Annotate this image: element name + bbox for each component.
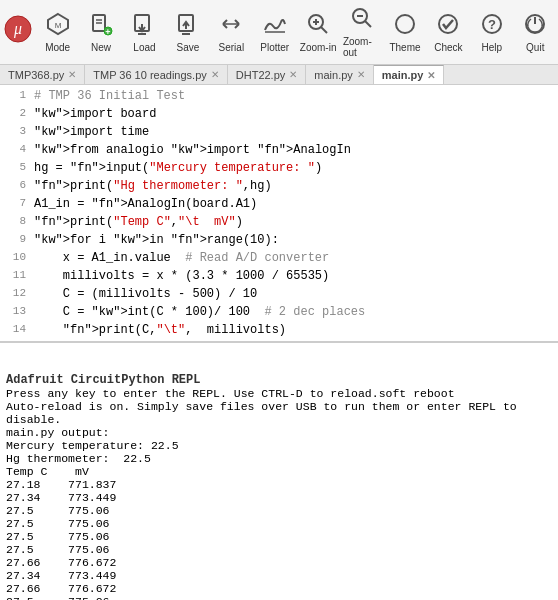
theme-icon bbox=[393, 12, 417, 40]
line-code-10: x = A1_in.value # Read A/D converter bbox=[34, 249, 329, 267]
console-area[interactable]: Adafruit CircuitPython REPLPress any key… bbox=[0, 342, 558, 600]
tab-close-dht22[interactable]: ✕ bbox=[289, 69, 297, 80]
help-button[interactable]: ?Help bbox=[471, 10, 512, 55]
code-line-6: 6"fn">print("Hg thermometer: ",hg) bbox=[0, 177, 558, 195]
line-number-3: 3 bbox=[4, 123, 26, 141]
quit-icon bbox=[523, 12, 547, 40]
serial-button[interactable]: Serial bbox=[211, 10, 252, 55]
check-button[interactable]: Check bbox=[428, 10, 469, 55]
code-line-5: 5hg = "fn">input("Mercury temperature: "… bbox=[0, 159, 558, 177]
console-line-0: Press any key to enter the REPL. Use CTR… bbox=[6, 387, 552, 400]
mode-label: Mode bbox=[45, 42, 70, 53]
code-line-2: 2"kw">import board bbox=[0, 105, 558, 123]
tab-mainpy2[interactable]: main.py✕ bbox=[374, 65, 445, 84]
code-line-9: 9"kw">for i "kw">in "fn">range(10): bbox=[0, 231, 558, 249]
code-line-7: 7A1_in = "fn">AnalogIn(board.A1) bbox=[0, 195, 558, 213]
quit-button[interactable]: Quit bbox=[515, 10, 556, 55]
console-line-8: 27.34 773.449 bbox=[6, 491, 552, 504]
code-line-3: 3"kw">import time bbox=[0, 123, 558, 141]
svg-text:μ: μ bbox=[13, 20, 22, 38]
check-icon bbox=[436, 12, 460, 40]
console-line-9: 27.5 775.06 bbox=[6, 504, 552, 517]
tab-label-dht22: DHT22.py bbox=[236, 69, 286, 81]
line-code-8: "fn">print("Temp C","\t mV") bbox=[34, 213, 243, 231]
line-number-1: 1 bbox=[4, 87, 26, 105]
line-code-11: millivolts = x * (3.3 * 1000 / 65535) bbox=[34, 267, 329, 285]
code-line-10: 10 x = A1_in.value # Read A/D converter bbox=[0, 249, 558, 267]
tab-close-tmp368[interactable]: ✕ bbox=[68, 69, 76, 80]
zoom-in-button[interactable]: Zoom-in bbox=[297, 10, 338, 55]
theme-label: Theme bbox=[389, 42, 420, 53]
line-code-13: C = "kw">int(C * 100)/ 100 # 2 dec place… bbox=[34, 303, 365, 321]
line-code-9: "kw">for i "kw">in "fn">range(10): bbox=[34, 231, 279, 249]
line-number-11: 11 bbox=[4, 267, 26, 285]
tab-close-main[interactable]: ✕ bbox=[357, 69, 365, 80]
line-code-4: "kw">from analogio "kw">import "fn">Anal… bbox=[34, 141, 351, 159]
svg-point-24 bbox=[396, 15, 414, 33]
console-line-7: 27.18 771.837 bbox=[6, 478, 552, 491]
zoom-in-icon bbox=[306, 12, 330, 40]
tab-dht22[interactable]: DHT22.py✕ bbox=[228, 65, 307, 84]
load-icon bbox=[132, 12, 156, 40]
console-line-4: Mercury temperature: 22.5 bbox=[6, 439, 552, 452]
plotter-icon bbox=[263, 12, 287, 40]
load-label: Load bbox=[133, 42, 155, 53]
svg-text:M: M bbox=[54, 21, 61, 30]
app-container: μ MMode+NewLoadSaveSerialPlotterZoom-inZ… bbox=[0, 0, 558, 600]
code-line-8: 8"fn">print("Temp C","\t mV") bbox=[0, 213, 558, 231]
mode-icon: M bbox=[46, 12, 70, 40]
mode-button[interactable]: MMode bbox=[37, 10, 78, 55]
console-line-11: 27.5 775.06 bbox=[6, 530, 552, 543]
svg-line-22 bbox=[365, 21, 371, 27]
console-line-2: Auto-reload is on. Simply save files ove… bbox=[6, 400, 552, 426]
line-code-1: # TMP 36 Initial Test bbox=[34, 87, 185, 105]
line-number-12: 12 bbox=[4, 285, 26, 303]
line-code-6: "fn">print("Hg thermometer: ",hg) bbox=[34, 177, 272, 195]
line-number-9: 9 bbox=[4, 231, 26, 249]
console-line-14: 27.34 773.449 bbox=[6, 569, 552, 582]
plotter-label: Plotter bbox=[260, 42, 289, 53]
line-number-7: 7 bbox=[4, 195, 26, 213]
code-line-13: 13 C = "kw">int(C * 100)/ 100 # 2 dec pl… bbox=[0, 303, 558, 321]
svg-text:?: ? bbox=[488, 17, 496, 32]
zoom-out-button[interactable]: Zoom-out bbox=[341, 4, 382, 60]
line-number-10: 10 bbox=[4, 249, 26, 267]
mu-icon: μ bbox=[4, 15, 32, 49]
new-label: New bbox=[91, 42, 111, 53]
line-code-2: "kw">import board bbox=[34, 105, 156, 123]
line-number-8: 8 bbox=[4, 213, 26, 231]
tab-close-mainpy2[interactable]: ✕ bbox=[427, 70, 435, 81]
tab-tmp368[interactable]: TMP368.py✕ bbox=[0, 65, 85, 84]
tab-tmp3610[interactable]: TMP 36 10 readings.py✕ bbox=[85, 65, 228, 84]
line-number-13: 13 bbox=[4, 303, 26, 321]
line-code-5: hg = "fn">input("Mercury temperature: ") bbox=[34, 159, 322, 177]
theme-button[interactable]: Theme bbox=[384, 10, 425, 55]
zoom-out-label: Zoom-out bbox=[343, 36, 380, 58]
line-number-6: 6 bbox=[4, 177, 26, 195]
plotter-button[interactable]: Plotter bbox=[254, 10, 295, 55]
console-line-6: Temp C mV bbox=[6, 465, 552, 478]
console-line-12: 27.5 775.06 bbox=[6, 543, 552, 556]
save-button[interactable]: Save bbox=[167, 10, 208, 55]
load-button[interactable]: Load bbox=[124, 10, 165, 55]
save-label: Save bbox=[177, 42, 200, 53]
zoom-in-label: Zoom-in bbox=[300, 42, 337, 53]
tab-close-tmp3610[interactable]: ✕ bbox=[211, 69, 219, 80]
line-number-2: 2 bbox=[4, 105, 26, 123]
tab-bar: TMP368.py✕TMP 36 10 readings.py✕DHT22.py… bbox=[0, 65, 558, 85]
line-code-12: C = (millivolts - 500) / 10 bbox=[34, 285, 257, 303]
new-button[interactable]: +New bbox=[80, 10, 121, 55]
console-line-15: 27.66 776.672 bbox=[6, 582, 552, 595]
quit-label: Quit bbox=[526, 42, 544, 53]
tab-main[interactable]: main.py✕ bbox=[306, 65, 374, 84]
console-line-3: main.py output: bbox=[6, 426, 552, 439]
toolbar: μ MMode+NewLoadSaveSerialPlotterZoom-inZ… bbox=[0, 0, 558, 65]
svg-line-18 bbox=[321, 27, 327, 33]
zoom-out-icon bbox=[350, 6, 374, 34]
code-editor[interactable]: 1# TMP 36 Initial Test2"kw">import board… bbox=[0, 85, 558, 342]
check-label: Check bbox=[434, 42, 462, 53]
tab-label-mainpy2: main.py bbox=[382, 69, 424, 81]
svg-text:+: + bbox=[105, 27, 110, 36]
code-line-12: 12 C = (millivolts - 500) / 10 bbox=[0, 285, 558, 303]
help-label: Help bbox=[482, 42, 503, 53]
